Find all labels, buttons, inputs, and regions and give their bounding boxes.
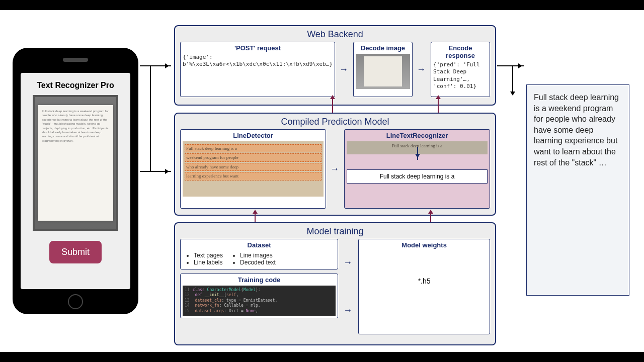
- phone-mockup: Text Recognizer Pro Full stack deep lear…: [13, 48, 138, 314]
- model-training-title: Model training: [175, 223, 495, 239]
- output-text-box: Full stack deep learning is a weekend pr…: [526, 84, 629, 296]
- arrow-vertical-connector: [150, 65, 151, 171]
- arrow-backend-to-output: [497, 65, 524, 66]
- arrow-dataset-to-weights: [343, 257, 353, 268]
- phone-speaker: [63, 58, 88, 62]
- dataset-box: Dataset Text pages Line labels Line imag…: [180, 239, 338, 269]
- arrow-decode-to-encode: [417, 42, 427, 97]
- dataset-title: Dataset: [183, 241, 336, 249]
- dataset-item: Text pages: [194, 252, 223, 259]
- web-backend-title: Web Backend: [175, 26, 495, 42]
- model-training-panel: Model training Dataset Text pages Line l…: [174, 222, 496, 345]
- phone-home-button[interactable]: [68, 294, 83, 309]
- line-detector-box: LineDetector Full stack deep learning is…: [180, 129, 326, 209]
- model-weights-title: Model weights: [361, 241, 488, 249]
- line-text-recognizer-box: LineTextRecognizer Full stack deep learn…: [344, 129, 490, 209]
- submit-button[interactable]: Submit: [49, 241, 102, 263]
- encode-response-box: Encode response {'pred': 'Full Stack Dee…: [431, 42, 490, 97]
- line-text-recognizer-title: LineTextRecognizer: [347, 132, 488, 139]
- dataset-bullets: Text pages Line labels Line images Decod…: [183, 251, 336, 267]
- architecture-diagram: Text Recognizer Pro Full stack deep lear…: [0, 10, 644, 362]
- handwritten-paper: Full stack deep learning is a weekend pr…: [38, 105, 113, 221]
- model-weights-box: Model weights *.h5: [358, 239, 490, 334]
- decoded-thumbnail: [356, 54, 410, 89]
- line-detector-title: LineDetector: [183, 132, 324, 139]
- prediction-model-panel: Compiled Prediction Model LineDetector F…: [174, 113, 496, 216]
- web-backend-panel: Web Backend 'POST' request {'image': b'%…: [174, 25, 496, 106]
- phone-screen: Text Recognizer Pro Full stack deep lear…: [21, 73, 130, 289]
- encode-title: Encode response: [433, 44, 488, 59]
- arrow-post-to-decode: [339, 42, 349, 97]
- recognizer-output: Full stack deep learning is a: [347, 169, 488, 184]
- arrow-phone-to-backend: [140, 65, 171, 66]
- decode-title: Decode image: [356, 44, 410, 52]
- input-photo: Full stack deep learning is a weekend pr…: [33, 95, 118, 231]
- post-body: {'image': b'%\xe3L\xa6r<\x1b\xdc\x0c\x11…: [183, 54, 333, 68]
- code-snippet: 11class CharacterModel(Model): 12 def __…: [183, 286, 336, 316]
- arrow-output-down: [512, 65, 513, 93]
- arrow-phone-to-model: [140, 171, 171, 172]
- prediction-model-title: Compiled Prediction Model: [175, 114, 495, 129]
- post-request-box: 'POST' request {'image': b'%\xe3L\xa6r<\…: [180, 42, 335, 97]
- app-title: Text Recognizer Pro: [37, 81, 114, 90]
- model-weights-body: *.h5: [361, 251, 488, 311]
- dataset-item: Decoded text: [240, 259, 276, 266]
- arrow-output-head: [510, 92, 515, 98]
- line-detector-preview: Full stack deep learning is a weekend pr…: [183, 141, 324, 197]
- output-text: Full stack deep learning is a weekend pr…: [534, 93, 619, 167]
- arrow-code-to-weights: [343, 305, 353, 316]
- training-code-box: Training code 11class CharacterModel(Mod…: [180, 274, 338, 318]
- training-code-title: Training code: [183, 276, 336, 284]
- arrow-recognizer-internal: [417, 147, 418, 160]
- dataset-item: Line labels: [194, 259, 223, 266]
- decode-image-box: Decode image: [353, 42, 413, 97]
- post-title: 'POST' request: [183, 44, 333, 52]
- arrow-detector-to-recognizer: [330, 129, 340, 209]
- dataset-item: Line images: [240, 252, 276, 259]
- encode-body: {'pred': 'Full Stack Deep Learning'…, 'c…: [433, 61, 488, 90]
